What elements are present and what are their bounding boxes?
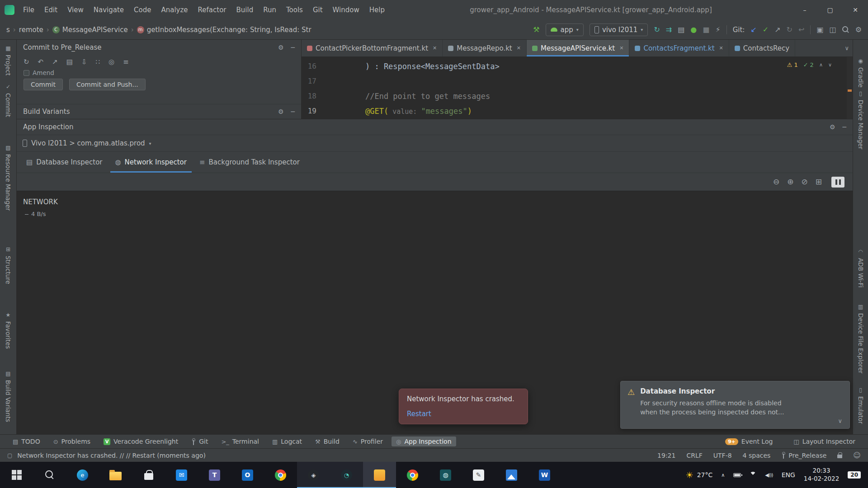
chrome-icon-2[interactable] xyxy=(396,462,429,488)
rollback-icon[interactable]: ↶ xyxy=(38,58,44,66)
menu-code[interactable]: Code xyxy=(129,0,156,20)
mail-icon[interactable]: ✉ xyxy=(165,462,198,488)
editor-tab-contactsfragment-kt[interactable]: ContactsFragment.kt✕ xyxy=(629,40,729,56)
menu-build[interactable]: Build xyxy=(231,0,259,20)
app-dark-icon[interactable]: ◈ xyxy=(297,462,330,488)
git-branch-widget[interactable]: Pre_Release xyxy=(781,452,826,459)
run-configuration-select[interactable]: app ▾ xyxy=(546,23,584,36)
tab-background-task-inspector[interactable]: ≡Background Task Inspector xyxy=(194,152,305,173)
tool-button-veracode-greenlight[interactable]: VVeracode Greenlight xyxy=(99,436,183,446)
store-icon[interactable] xyxy=(132,462,165,488)
hidden-tabs-chevron-icon[interactable]: ∨ xyxy=(844,40,849,56)
indent-info[interactable]: 4 spaces xyxy=(743,452,771,459)
menu-window[interactable]: Window xyxy=(328,0,364,20)
menu-run[interactable]: Run xyxy=(258,0,281,20)
menu-tools[interactable]: Tools xyxy=(281,0,308,20)
menu-git[interactable]: Git xyxy=(308,0,328,20)
maximize-button[interactable]: ▢ xyxy=(817,0,843,20)
search-button[interactable] xyxy=(33,462,66,488)
layout-inspector-button[interactable]: ◫ Layout Inspector xyxy=(789,436,860,446)
close-button[interactable]: ✕ xyxy=(843,0,868,20)
git-history-icon[interactable]: ↻ xyxy=(787,26,793,33)
coverage-icon[interactable]: ▤ xyxy=(678,26,684,33)
tool-button-app-inspection[interactable]: ◎App Inspection xyxy=(392,436,456,446)
tool-window-device-manager[interactable]: ▯Device Manager xyxy=(853,90,868,150)
hide-panel-icon[interactable]: ─ xyxy=(291,44,295,51)
editor-tab-messagerepo-kt[interactable]: MessageRepo.kt✕ xyxy=(443,40,527,56)
build-variants-header[interactable]: Build Variants ⚙ ─ xyxy=(17,104,301,119)
tool-window-favorites[interactable]: ★Favorites xyxy=(0,312,16,349)
breadcrumb-item[interactable]: s xyxy=(6,26,10,34)
wifi-icon[interactable] xyxy=(750,472,756,479)
files-app-icon[interactable] xyxy=(363,462,396,488)
tool-button-profiler[interactable]: ∿Profiler xyxy=(348,436,387,446)
app-teal-icon[interactable]: ◍ xyxy=(429,462,462,488)
tool-window-device-file-explorer[interactable]: ▥Device File Explorer xyxy=(853,304,868,374)
chrome-icon[interactable] xyxy=(264,462,297,488)
editor-scrollbar[interactable] xyxy=(847,57,853,119)
menu-analyze[interactable]: Analyze xyxy=(156,0,193,20)
outlook-icon[interactable]: O xyxy=(231,462,264,488)
weather-widget[interactable]: ☀ 27°C xyxy=(686,470,713,480)
zoom-in-icon[interactable]: ⊕ xyxy=(787,178,793,186)
tool-window-build-variants[interactable]: ▤Build Variants xyxy=(0,371,16,422)
tool-button-build[interactable]: ⚒Build xyxy=(311,436,344,446)
git-update-icon[interactable]: ↙ xyxy=(750,26,756,33)
menu-refactor[interactable]: Refactor xyxy=(193,0,231,20)
file-explorer-icon[interactable] xyxy=(99,462,132,488)
commit-button[interactable]: Commit xyxy=(24,79,63,90)
pin-icon[interactable]: ▣ xyxy=(816,26,823,33)
editor-tab-messageapiservice-kt[interactable]: MessageAPIService.kt✕ xyxy=(527,40,629,56)
start-button[interactable] xyxy=(0,462,33,488)
file-encoding[interactable]: UTF-8 xyxy=(713,452,732,459)
settings-gear-icon[interactable]: ⚙ xyxy=(855,26,862,33)
prev-problem-icon[interactable]: ∧ xyxy=(819,62,823,68)
inspect-icon[interactable]: ◎ xyxy=(108,58,114,66)
build-wrench-icon[interactable]: ⚒ xyxy=(533,26,539,33)
tool-window-commit[interactable]: ✓Commit xyxy=(0,84,16,117)
amend-checkbox[interactable] xyxy=(24,70,29,76)
word-icon[interactable]: W xyxy=(528,462,561,488)
hidden-icons-chevron[interactable]: ∧ xyxy=(721,472,725,478)
editor-tab-contactsrecy[interactable]: ContactsRecy xyxy=(729,40,795,56)
breadcrumb-item[interactable]: remote xyxy=(19,26,43,34)
commit-and-push-button[interactable]: Commit and Push... xyxy=(69,79,146,90)
tool-window-gradle[interactable]: ◉Gradle xyxy=(853,58,868,88)
device-select[interactable]: vivo I2011 ▾ xyxy=(590,23,648,36)
attach-debugger-icon[interactable]: ⚡ xyxy=(715,26,720,33)
language-label[interactable]: ENG xyxy=(782,471,795,479)
next-problem-icon[interactable]: ∨ xyxy=(828,62,832,68)
feedback-smiley-icon[interactable]: ☺ xyxy=(853,451,861,460)
gear-icon[interactable]: ⚙ xyxy=(278,44,284,51)
tool-button-git[interactable]: Git xyxy=(187,436,212,446)
stop-icon[interactable]: ■ xyxy=(703,26,709,33)
battery-icon[interactable] xyxy=(733,473,741,477)
teams-icon[interactable]: T xyxy=(198,462,231,488)
notification-count-badge[interactable]: 20 xyxy=(848,471,861,479)
success-count[interactable]: ✓ 2 xyxy=(803,61,814,68)
zoom-to-fit-icon[interactable]: ⊞ xyxy=(816,178,822,186)
gear-icon[interactable]: ⚙ xyxy=(278,108,284,115)
zoom-reset-icon[interactable]: ⊘ xyxy=(802,178,808,186)
android-studio-icon[interactable]: ◔ xyxy=(330,462,363,488)
tool-button-logcat[interactable]: ▥Logcat xyxy=(268,436,307,446)
refresh-icon[interactable]: ↻ xyxy=(24,58,29,66)
apply-code-changes-icon[interactable]: ⇉ xyxy=(666,26,672,33)
tool-window-emulator[interactable]: ▯Emulator xyxy=(853,387,868,424)
expand-all-icon[interactable]: ≡ xyxy=(123,58,129,66)
tool-window-project[interactable]: ▦Project xyxy=(0,45,16,75)
gear-icon[interactable]: ⚙ xyxy=(830,123,835,131)
group-by-icon[interactable]: ∷ xyxy=(96,58,100,66)
git-commit-icon[interactable]: ✓ xyxy=(763,26,769,33)
breadcrumb-item[interactable]: mgetInboxMessages(Exchange: String, IsRe… xyxy=(137,26,311,34)
editor-tab-contactpickerbottomfragment-kt[interactable]: ContactPickerBottomFragment.kt✕ xyxy=(302,40,443,56)
apply-changes-icon[interactable]: ↻ xyxy=(654,26,660,33)
tool-button-todo[interactable]: ▤TODO xyxy=(8,436,45,446)
close-tab-icon[interactable]: ✕ xyxy=(619,45,623,51)
git-push-icon[interactable]: ↗ xyxy=(774,26,780,33)
download-icon[interactable]: ⇩ xyxy=(81,58,87,66)
window-icon[interactable]: ◫ xyxy=(830,26,836,33)
git-revert-icon[interactable]: ↩ xyxy=(798,26,804,33)
tool-button-terminal[interactable]: >_Terminal xyxy=(217,436,264,446)
photos-icon[interactable] xyxy=(495,462,528,488)
